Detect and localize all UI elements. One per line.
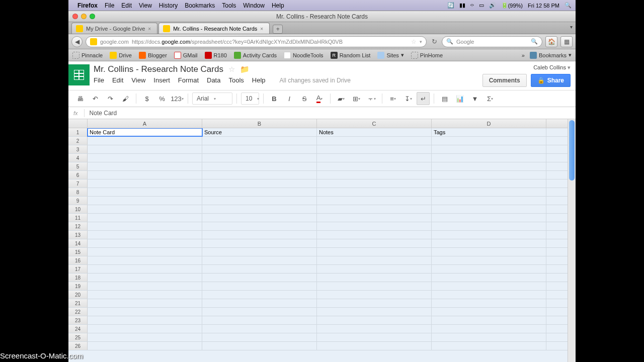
formula-input[interactable]: Note Card — [90, 110, 117, 117]
cell[interactable] — [432, 154, 546, 162]
cell[interactable] — [88, 282, 202, 290]
cell[interactable] — [432, 145, 546, 153]
cell[interactable] — [432, 282, 546, 290]
cell[interactable] — [88, 145, 202, 153]
cell[interactable] — [432, 222, 546, 230]
cell[interactable] — [432, 197, 546, 205]
row-header[interactable]: 1 — [68, 128, 88, 136]
menu-view[interactable]: View — [139, 2, 152, 9]
row-header[interactable]: 19 — [68, 282, 88, 290]
valign-icon[interactable]: ↧ — [401, 92, 415, 105]
print-icon[interactable]: 🖶 — [73, 92, 87, 105]
cell[interactable] — [317, 282, 432, 290]
cell[interactable] — [317, 231, 432, 239]
col-header-a[interactable]: A — [88, 119, 202, 128]
cell[interactable] — [432, 333, 546, 341]
sheets-menu-format[interactable]: Format — [178, 76, 199, 84]
fill-color-icon[interactable]: ▰ — [335, 92, 348, 105]
cell[interactable] — [317, 316, 432, 324]
row-header[interactable]: 21 — [68, 299, 88, 307]
row-header[interactable]: 7 — [68, 179, 88, 188]
bookmark-gmail[interactable]: GMail — [174, 52, 198, 59]
cell[interactable] — [202, 162, 317, 170]
tab-overflow-icon[interactable]: ▾ — [570, 24, 573, 30]
cell[interactable] — [317, 342, 432, 350]
cell[interactable] — [88, 274, 202, 282]
cell[interactable] — [317, 179, 432, 188]
cell[interactable] — [432, 214, 546, 222]
battery-icon[interactable]: 🔋 (99%) — [501, 2, 523, 9]
cell[interactable] — [88, 214, 202, 222]
cell[interactable] — [317, 197, 432, 205]
cell[interactable] — [88, 299, 202, 307]
row-header[interactable]: 24 — [68, 325, 88, 333]
bookmark-drive[interactable]: Drive — [110, 52, 132, 59]
new-tab-button[interactable]: + — [273, 25, 283, 34]
wifi-icon[interactable]: ⌔ — [470, 3, 474, 9]
spreadsheet-grid[interactable]: A B C D 1Note CardSourceNotesTags2345678… — [68, 119, 568, 362]
cell[interactable] — [88, 162, 202, 170]
cell[interactable] — [317, 291, 432, 299]
bookmark-r180[interactable]: R180 — [205, 52, 227, 59]
sync-icon[interactable]: 🔄 — [447, 2, 454, 9]
row-header[interactable]: 10 — [68, 205, 88, 213]
sheets-menu-help[interactable]: Help — [252, 76, 266, 84]
cell[interactable] — [432, 274, 546, 282]
row-header[interactable]: 12 — [68, 222, 88, 230]
row-header[interactable]: 26 — [68, 342, 88, 350]
cell[interactable] — [88, 248, 202, 256]
cell[interactable] — [202, 291, 317, 299]
home-button[interactable]: 🏠 — [545, 36, 557, 47]
row-header[interactable]: 5 — [68, 162, 88, 170]
account-menu[interactable]: Caleb Collins — [533, 64, 571, 71]
bookmark-activity[interactable]: Activity Cards — [234, 52, 277, 59]
cell[interactable] — [202, 137, 317, 145]
cell[interactable] — [432, 239, 546, 247]
text-color-icon[interactable]: A — [313, 92, 326, 105]
cell[interactable] — [432, 205, 546, 213]
cell[interactable] — [88, 171, 202, 179]
strike-icon[interactable]: S — [298, 92, 311, 105]
row-header[interactable]: 3 — [68, 145, 88, 153]
cell[interactable] — [432, 291, 546, 299]
cell[interactable] — [317, 214, 432, 222]
cell[interactable] — [202, 274, 317, 282]
row-header[interactable]: 2 — [68, 137, 88, 145]
close-tab-icon[interactable]: × — [260, 26, 265, 31]
menu-help[interactable]: Help — [272, 2, 284, 9]
cell[interactable] — [202, 197, 317, 205]
cell[interactable] — [317, 154, 432, 162]
cell[interactable] — [317, 162, 432, 170]
cell[interactable] — [432, 179, 546, 188]
row-header[interactable]: 6 — [68, 171, 88, 179]
filter-icon[interactable]: ▼ — [468, 92, 481, 105]
cell[interactable] — [202, 325, 317, 333]
cell[interactable] — [202, 256, 317, 264]
cell[interactable] — [432, 248, 546, 256]
select-all-corner[interactable] — [68, 119, 88, 128]
reload-button[interactable]: ↻ — [430, 38, 439, 45]
cell[interactable] — [88, 137, 202, 145]
cell[interactable] — [202, 308, 317, 316]
cell[interactable] — [88, 239, 202, 247]
paint-format-icon[interactable]: 🖌 — [119, 92, 132, 105]
cell[interactable] — [317, 274, 432, 282]
sheets-menu-tools[interactable]: Tools — [228, 76, 244, 84]
share-button[interactable]: 🔒Share — [531, 74, 571, 87]
cell[interactable] — [202, 265, 317, 273]
doc-title[interactable]: Mr. Collins - Research Note Cards — [94, 64, 223, 74]
cell[interactable] — [88, 179, 202, 188]
cell[interactable] — [88, 154, 202, 162]
cell[interactable] — [432, 137, 546, 145]
col-header-d[interactable]: D — [432, 119, 546, 128]
back-button[interactable]: ◀ — [71, 36, 83, 47]
cell[interactable] — [317, 205, 432, 213]
scrollbar-thumb[interactable] — [569, 120, 575, 180]
chart-icon[interactable]: 📊 — [453, 92, 466, 105]
cell[interactable] — [88, 325, 202, 333]
cell[interactable] — [202, 222, 317, 230]
cell[interactable] — [202, 248, 317, 256]
redo-icon[interactable]: ↷ — [104, 92, 117, 105]
cell[interactable] — [88, 197, 202, 205]
cell[interactable] — [432, 342, 546, 350]
